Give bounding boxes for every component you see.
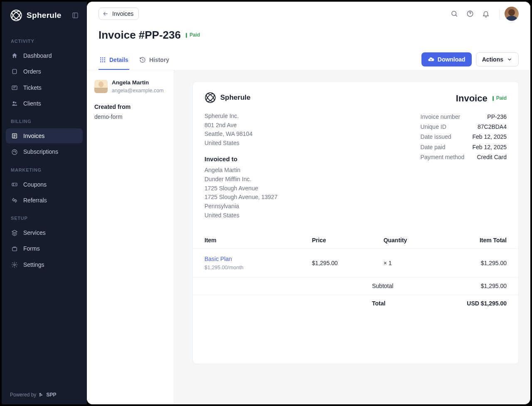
tickets-icon	[11, 84, 18, 91]
invoice-status-badge: Paid	[493, 95, 507, 102]
search-icon[interactable]	[448, 7, 461, 20]
created-from-label: Created from	[94, 103, 166, 111]
collapse-sidebar-icon[interactable]	[72, 12, 79, 19]
settings-icon	[11, 261, 18, 268]
sidebar-footer: Powered by SPP	[2, 386, 87, 404]
customer-card[interactable]: Angela Martin angela@example.com	[94, 79, 166, 94]
svg-rect-14	[39, 395, 42, 396]
sidebar-item-tickets[interactable]: Tickets	[6, 80, 83, 95]
to-address: Angela Martin Dunder Mifflin Inc. 1725 S…	[204, 166, 278, 220]
sidebar-item-forms[interactable]: Forms	[6, 241, 83, 256]
sidebar-item-label: Settings	[23, 261, 44, 269]
chevron-down-icon	[507, 57, 512, 62]
svg-rect-15	[39, 396, 41, 396]
cloud-download-icon	[428, 56, 434, 63]
topbar: Invoices Invoice #PP-236 Paid Details	[87, 2, 530, 70]
nav-section-activity: ACTIVITY	[6, 32, 83, 48]
col-price: Price	[300, 232, 372, 249]
tab-details[interactable]: Details	[99, 52, 129, 70]
nav-section-setup: SETUP	[6, 209, 83, 225]
customer-email: angela@example.com	[112, 87, 164, 94]
sidebar-item-invoices[interactable]: Invoices	[6, 128, 83, 143]
svg-rect-4	[12, 69, 16, 74]
tab-label: History	[149, 56, 169, 64]
svg-point-18	[100, 57, 101, 59]
svg-point-21	[100, 59, 101, 60]
context-panel: Angela Martin angela@example.com Created…	[87, 70, 174, 404]
brand[interactable]: Spherule	[2, 9, 87, 32]
svg-rect-13	[39, 393, 41, 394]
svg-point-16	[452, 11, 456, 16]
invoice-meta: Invoice numberPP-236 Unique ID87C2BDA4 D…	[421, 112, 507, 220]
tab-history[interactable]: History	[138, 52, 170, 70]
customer-name: Angela Martin	[112, 79, 164, 87]
invoice-title: Invoice	[456, 92, 488, 105]
download-button[interactable]: Download	[421, 52, 472, 66]
subtotal-label: Subtotal	[360, 278, 452, 294]
svg-point-25	[102, 61, 103, 62]
bell-icon[interactable]	[479, 7, 493, 20]
sidebar-item-settings[interactable]: Settings	[6, 257, 83, 272]
nav-section-billing: BILLING	[6, 112, 83, 128]
item-price: $1,295.00	[300, 249, 372, 277]
item-name[interactable]: Basic Plan	[204, 255, 288, 263]
tabs: Details History	[99, 52, 170, 70]
svg-point-9	[12, 150, 17, 155]
sidebar-item-label: Invoices	[23, 132, 44, 140]
col-item: Item	[193, 232, 300, 249]
orders-icon	[11, 68, 18, 75]
grid-icon	[99, 57, 106, 63]
help-icon[interactable]	[463, 7, 477, 20]
svg-point-19	[102, 57, 103, 59]
invoice-area: Spherule Invoice Paid Spherule Inc.	[174, 70, 530, 404]
sidebar-item-label: Dashboard	[23, 52, 52, 60]
sidebar-item-dashboard[interactable]: Dashboard	[6, 48, 83, 63]
svg-rect-11	[12, 247, 17, 251]
sidebar-item-clients[interactable]: Clients	[6, 96, 83, 111]
sidebar-item-label: Referrals	[23, 196, 47, 204]
sidebar-item-label: Subscriptions	[23, 148, 58, 156]
table-row: Basic Plan $1,295.00/month $1,295.00 × 1…	[193, 249, 518, 277]
sidebar-item-label: Orders	[23, 67, 41, 76]
forms-icon	[11, 245, 18, 253]
sidebar-item-label: Tickets	[23, 84, 42, 92]
spp-link[interactable]: SPP	[39, 391, 56, 399]
actions-button[interactable]: Actions	[476, 52, 519, 66]
arrow-left-icon	[102, 10, 109, 17]
sidebar-item-services[interactable]: Services	[6, 225, 83, 240]
col-total: Item Total	[443, 232, 518, 249]
sidebar-item-referrals[interactable]: Referrals	[6, 193, 83, 208]
sidebar-item-label: Services	[23, 229, 46, 237]
sidebar-item-coupons[interactable]: Coupons	[6, 177, 83, 192]
back-button[interactable]: Invoices	[99, 7, 139, 20]
tab-label: Details	[109, 56, 128, 64]
svg-point-23	[104, 59, 105, 60]
invoice-card: Spherule Invoice Paid Spherule Inc.	[192, 81, 519, 364]
sidebar-item-orders[interactable]: Orders	[6, 64, 83, 79]
spp-icon	[39, 392, 44, 398]
clients-icon	[11, 100, 18, 107]
page-title: Invoice #PP-236	[99, 27, 181, 43]
brand-logo-icon	[204, 92, 216, 103]
user-avatar[interactable]	[505, 7, 519, 21]
actions-label: Actions	[482, 56, 503, 63]
total-label: Total	[360, 295, 452, 312]
svg-point-20	[104, 57, 105, 59]
spp-text: SPP	[46, 391, 56, 399]
download-label: Download	[438, 56, 466, 63]
subtotal-value: $1,295.00	[452, 278, 518, 294]
svg-point-12	[14, 264, 15, 266]
content: Angela Martin angela@example.com Created…	[87, 70, 530, 404]
items-table: Item Price Quantity Item Total Basic Pla…	[193, 232, 518, 278]
invoiced-to-label: Invoiced to	[204, 155, 278, 164]
subscriptions-icon	[11, 148, 18, 156]
item-sub: $1,295.00/month	[204, 264, 288, 271]
sidebar-item-subscriptions[interactable]: Subscriptions	[6, 144, 83, 159]
svg-point-22	[102, 59, 103, 60]
sidebar-item-label: Clients	[23, 99, 41, 108]
services-icon	[11, 229, 18, 236]
svg-point-26	[104, 61, 105, 62]
main: Invoices Invoice #PP-236 Paid Details	[87, 2, 530, 404]
status-badge: Paid	[186, 32, 200, 39]
nav-section-marketing: MARKETING	[6, 160, 83, 177]
